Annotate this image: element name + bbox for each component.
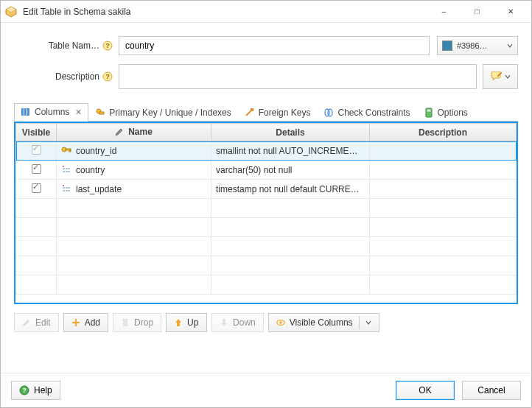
tab-columns[interactable]: Columns✕ <box>14 103 88 122</box>
svg-text:?: ? <box>105 73 110 80</box>
speech-edit-icon <box>491 71 503 82</box>
description-label: Description <box>14 71 102 82</box>
close-button[interactable]: ✕ <box>494 1 527 22</box>
help-icon[interactable]: ? <box>102 41 113 51</box>
ok-button[interactable]: OK <box>396 381 455 400</box>
color-label: #3986… <box>457 41 503 50</box>
table-row[interactable]: country_idsmallint not null AUTO_INCREME… <box>16 141 517 161</box>
svg-rect-29 <box>122 319 128 320</box>
pencil-icon <box>22 318 31 327</box>
tab-foreign-keys[interactable]: Foreign Keys <box>238 104 318 122</box>
table-name-label: Table Nam… <box>14 41 102 51</box>
description-edit-button[interactable] <box>483 64 518 89</box>
help-icon[interactable]: ? <box>102 71 113 82</box>
svg-point-27 <box>63 185 64 186</box>
header-name[interactable]: Name <box>57 124 211 141</box>
table-row-empty <box>16 237 517 256</box>
chevron-down-icon <box>505 74 511 80</box>
visible-checkbox[interactable] <box>32 183 41 193</box>
svg-rect-14 <box>427 110 430 112</box>
tab-icon <box>323 108 334 118</box>
visible-checkbox[interactable] <box>32 164 41 174</box>
column-description <box>370 161 517 180</box>
column-name: country_id <box>76 146 116 156</box>
tab-icon <box>245 108 255 118</box>
titlebar: Edit Table in Schema sakila – □ ✕ <box>1 1 531 23</box>
tab-options[interactable]: Options <box>417 104 475 122</box>
key-icon <box>61 146 71 156</box>
add-button[interactable]: Add <box>63 313 108 332</box>
svg-rect-20 <box>66 168 70 169</box>
tab-bar: Columns✕Primary Key / Unique / IndexesFo… <box>14 102 518 122</box>
svg-point-31 <box>279 321 281 323</box>
chevron-down-icon <box>365 320 371 326</box>
down-button[interactable]: Down <box>211 313 264 332</box>
minimize-button[interactable]: – <box>427 1 461 22</box>
svg-rect-10 <box>99 112 104 114</box>
tab-primary-key-unique-indexes[interactable]: Primary Key / Unique / Indexes <box>88 104 237 122</box>
svg-point-12 <box>328 109 332 116</box>
tab-icon <box>95 108 105 118</box>
help-button[interactable]: ? Help <box>11 381 60 400</box>
header-visible[interactable]: Visible <box>16 124 57 141</box>
svg-text:?: ? <box>105 42 110 49</box>
cancel-button[interactable]: Cancel <box>462 381 521 400</box>
table-row[interactable]: last_updatetimestamp not null default CU… <box>16 180 517 199</box>
window-title: Edit Table in Schema sakila <box>23 7 427 17</box>
dialog-window: Edit Table in Schema sakila – □ ✕ Table … <box>0 0 532 408</box>
svg-rect-17 <box>69 150 71 152</box>
tab-label: Options <box>438 108 468 118</box>
pencil-icon <box>115 127 124 136</box>
color-picker-button[interactable]: #3986… <box>437 36 518 55</box>
tab-close-icon[interactable]: ✕ <box>75 108 82 117</box>
header-description[interactable]: Description <box>370 124 517 141</box>
svg-point-22 <box>63 166 64 167</box>
tab-label: Primary Key / Unique / Indexes <box>109 108 231 118</box>
table-row[interactable]: countryvarchar(50) not null <box>16 161 517 180</box>
up-button[interactable]: Up <box>166 313 207 332</box>
tab-icon <box>424 108 434 118</box>
arrow-up-icon <box>174 318 183 327</box>
header-details[interactable]: Details <box>211 124 370 141</box>
plus-icon <box>71 318 80 327</box>
tab-icon <box>21 107 31 117</box>
trash-icon <box>121 318 130 327</box>
edit-button[interactable]: Edit <box>14 313 59 332</box>
dialog-footer: ? Help OK Cancel <box>1 373 531 407</box>
svg-rect-6 <box>21 108 24 116</box>
column-description <box>370 180 517 199</box>
svg-rect-18 <box>63 168 65 169</box>
table-name-input[interactable] <box>119 36 430 55</box>
column-details: varchar(50) not null <box>211 161 370 180</box>
column-name: country <box>76 165 105 175</box>
column-icon <box>61 165 71 175</box>
svg-rect-24 <box>63 190 65 191</box>
tab-label: Foreign Keys <box>259 108 311 118</box>
columns-grid: Visible Name Details Description country… <box>14 122 518 304</box>
eye-icon <box>276 318 285 327</box>
column-details: timestamp not null default CURRE… <box>211 180 370 199</box>
table-row-empty <box>16 256 517 275</box>
description-input[interactable] <box>119 64 477 89</box>
svg-rect-7 <box>24 108 27 116</box>
svg-rect-25 <box>66 187 70 189</box>
maximize-button[interactable]: □ <box>461 1 494 22</box>
chevron-down-icon <box>507 43 513 49</box>
table-row-empty <box>16 218 517 237</box>
svg-rect-28 <box>123 320 127 326</box>
tab-label: Columns <box>35 107 69 117</box>
tab-check-constraints[interactable]: Check Constraints <box>317 104 416 122</box>
svg-rect-23 <box>63 187 65 189</box>
visible-columns-button[interactable]: Visible Columns <box>268 313 379 332</box>
svg-rect-8 <box>27 108 29 116</box>
tab-label: Check Constraints <box>337 108 410 118</box>
app-icon <box>5 6 17 18</box>
svg-text:?: ? <box>22 387 27 394</box>
drop-button[interactable]: Drop <box>113 313 161 332</box>
column-details: smallint not null AUTO_INCREME… <box>211 141 370 161</box>
svg-rect-21 <box>66 171 70 172</box>
help-icon: ? <box>19 385 29 395</box>
svg-rect-19 <box>63 171 65 172</box>
visible-checkbox[interactable] <box>32 145 41 155</box>
svg-rect-26 <box>66 190 70 191</box>
